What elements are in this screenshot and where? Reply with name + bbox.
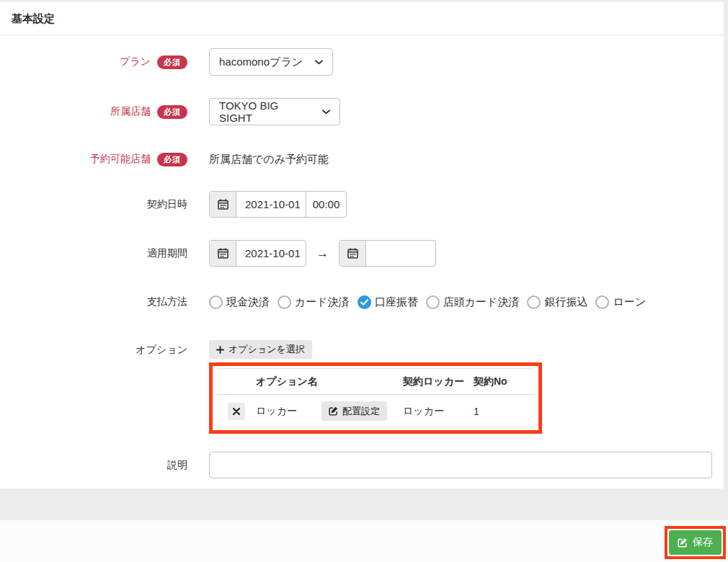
edit-icon xyxy=(678,538,688,548)
options-table-row: ロッカー 配置設定 xyxy=(217,395,534,428)
store-label: 所属店舗 xyxy=(110,105,151,118)
radio-circle-icon xyxy=(595,295,609,309)
radio-loan-label: ローン xyxy=(613,295,646,309)
radio-store-card[interactable]: 店頭カード決済 xyxy=(426,295,520,309)
radio-circle-icon xyxy=(278,295,291,309)
form-row-payment: 支払方法 現金決済 カード決済 口座振 xyxy=(0,290,712,314)
options-table: オプション名 契約ロッカー 契約No xyxy=(217,368,534,428)
layout-settings-button-label: 配置設定 xyxy=(342,405,380,418)
reservable-note: 所属店舗でのみ予約可能 xyxy=(209,153,329,166)
radio-circle-icon xyxy=(527,295,541,309)
save-button-label: 保存 xyxy=(693,536,713,549)
radio-bank-transfer[interactable]: 銀行振込 xyxy=(527,295,587,309)
close-icon xyxy=(233,408,240,415)
select-option-button[interactable]: オプションを選択 xyxy=(209,340,312,359)
save-button[interactable]: 保存 xyxy=(669,530,722,555)
radio-circle-icon xyxy=(209,295,223,309)
contract-date-input[interactable]: 2021-10-01 xyxy=(236,192,306,217)
form-row-reservable: 予約可能店舗 必須 所属店舗でのみ予約可能 xyxy=(0,149,712,169)
header-contract-no: 契約No xyxy=(471,375,534,388)
period-end-group xyxy=(339,240,436,267)
reservable-label-group: 予約可能店舗 必須 xyxy=(0,153,187,166)
period-label: 適用期間 xyxy=(147,247,187,260)
options-label-group: オプション xyxy=(0,344,187,357)
plan-label: プラン xyxy=(120,55,151,68)
layout-settings-button[interactable]: 配置設定 xyxy=(321,401,387,421)
remove-option-button[interactable] xyxy=(228,403,245,420)
basic-settings-form: プラン 必須 hacomonoプラン 所属店舗 必須 TOKYO BIG xyxy=(0,35,724,489)
check-circle-icon xyxy=(358,295,371,309)
description-input[interactable] xyxy=(209,452,712,478)
required-badge: 必須 xyxy=(157,105,187,119)
plan-select-value: hacomonoプラン xyxy=(219,55,303,69)
required-badge: 必須 xyxy=(157,153,187,166)
radio-circle-icon xyxy=(426,295,440,309)
reservable-label: 予約可能店舗 xyxy=(90,153,151,166)
store-select-value: TOKYO BIG SIGHT xyxy=(219,99,312,124)
radio-store-card-label: 店頭カード決済 xyxy=(443,295,520,309)
header-option-name: オプション名 xyxy=(254,375,397,388)
calendar-icon xyxy=(339,241,366,266)
contract-datetime-group: 2021-10-01 00:00 xyxy=(209,191,347,218)
header-contract-locker: 契約ロッカー xyxy=(397,375,471,388)
calendar-icon xyxy=(210,241,236,266)
period-end-input[interactable] xyxy=(366,241,435,266)
period-start-input[interactable]: 2021-10-01 xyxy=(236,241,306,266)
form-row-description: 説明 xyxy=(0,452,712,478)
plus-icon xyxy=(216,346,224,354)
payment-method-label: 支払方法 xyxy=(147,295,187,308)
calendar-icon xyxy=(210,192,236,217)
radio-loan[interactable]: ローン xyxy=(595,295,646,309)
radio-account-transfer[interactable]: 口座振替 xyxy=(358,295,418,309)
options-table-header: オプション名 契約ロッカー 契約No xyxy=(217,368,534,395)
options-label: オプション xyxy=(136,344,187,357)
chevron-down-icon xyxy=(322,110,330,115)
option-name-cell: ロッカー xyxy=(256,405,297,418)
footer-bar: 保存 xyxy=(0,520,728,562)
store-select[interactable]: TOKYO BIG SIGHT xyxy=(209,98,340,125)
description-label: 説明 xyxy=(167,459,187,472)
contract-time-input[interactable]: 00:00 xyxy=(306,192,346,217)
period-label-group: 適用期間 xyxy=(0,247,187,260)
radio-account-transfer-label: 口座振替 xyxy=(375,295,418,309)
radio-cash[interactable]: 現金決済 xyxy=(209,295,270,309)
payment-label-group: 支払方法 xyxy=(0,295,187,308)
contract-no-cell: 1 xyxy=(471,406,534,417)
radio-card[interactable]: カード決済 xyxy=(278,295,350,309)
form-row-plan: プラン 必須 hacomonoプラン xyxy=(0,48,712,76)
form-row-period: 適用期間 2021-10-01 → xyxy=(0,240,712,267)
chevron-down-icon xyxy=(315,60,323,65)
edit-icon xyxy=(329,406,338,416)
period-start-group: 2021-10-01 xyxy=(209,240,306,267)
payment-radio-group: 現金決済 カード決済 口座振替 店頭カード決済 xyxy=(209,295,646,309)
arrow-right-icon: → xyxy=(316,246,329,261)
page-title: 基本設定 xyxy=(0,2,724,35)
contract-label-group: 契約日時 xyxy=(0,198,187,211)
radio-bank-transfer-label: 銀行振込 xyxy=(544,295,587,309)
options-highlight-box: オプション名 契約ロッカー 契約No xyxy=(209,362,542,434)
radio-cash-label: 現金決済 xyxy=(226,295,270,309)
contract-datetime-label: 契約日時 xyxy=(147,198,187,211)
store-label-group: 所属店舗 必須 xyxy=(0,105,187,119)
plan-label-group: プラン 必須 xyxy=(0,55,187,69)
description-label-group: 説明 xyxy=(0,459,187,472)
save-highlight-box: 保存 xyxy=(665,526,726,559)
select-option-button-label: オプションを選択 xyxy=(228,343,305,356)
basic-settings-card: 基本設定 プラン 必須 hacomonoプラン 所属店舗 必須 xyxy=(0,2,724,489)
radio-card-label: カード決済 xyxy=(295,295,350,309)
contract-locker-cell: ロッカー xyxy=(397,405,471,418)
form-row-store: 所属店舗 必須 TOKYO BIG SIGHT xyxy=(0,98,712,125)
form-row-contract-datetime: 契約日時 2021-10-01 00:00 xyxy=(0,191,712,218)
required-badge: 必須 xyxy=(157,55,187,69)
form-row-options: オプション オプションを選択 オプション名 契約ロッカー 契約N xyxy=(0,340,712,434)
plan-select[interactable]: hacomonoプラン xyxy=(209,48,333,76)
